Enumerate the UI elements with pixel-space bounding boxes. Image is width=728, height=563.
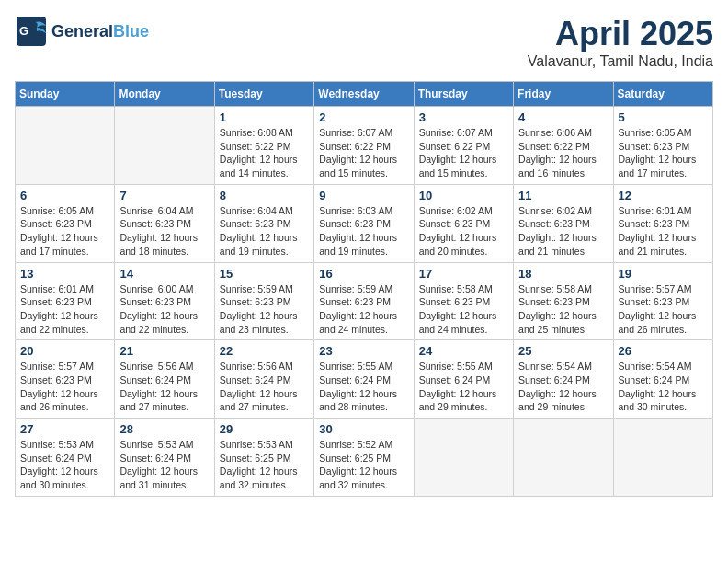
calendar-week-row: 27Sunrise: 5:53 AMSunset: 6:24 PMDayligh… bbox=[16, 419, 713, 497]
calendar-cell: 26Sunrise: 5:54 AMSunset: 6:24 PMDayligh… bbox=[613, 340, 712, 419]
calendar-cell: 22Sunrise: 5:56 AMSunset: 6:24 PMDayligh… bbox=[214, 340, 313, 419]
calendar-cell: 29Sunrise: 5:53 AMSunset: 6:25 PMDayligh… bbox=[214, 419, 313, 497]
calendar-cell: 9Sunrise: 6:03 AMSunset: 6:23 PMDaylight… bbox=[314, 184, 414, 262]
calendar-cell: 20Sunrise: 5:57 AMSunset: 6:23 PMDayligh… bbox=[16, 340, 115, 419]
weekday-header-tuesday: Tuesday bbox=[214, 82, 313, 107]
day-info: Sunrise: 5:57 AMSunset: 6:23 PMDaylight:… bbox=[20, 360, 109, 414]
day-number: 8 bbox=[220, 189, 309, 202]
day-number: 26 bbox=[619, 344, 708, 358]
day-number: 2 bbox=[319, 110, 408, 124]
day-info: Sunrise: 5:53 AMSunset: 6:25 PMDaylight:… bbox=[220, 438, 309, 492]
day-number: 9 bbox=[319, 189, 408, 202]
day-info: Sunrise: 6:02 AMSunset: 6:23 PMDaylight:… bbox=[518, 204, 608, 259]
day-info: Sunrise: 5:53 AMSunset: 6:24 PMDaylight:… bbox=[20, 438, 109, 492]
weekday-header-monday: Monday bbox=[115, 82, 214, 107]
calendar-cell: 23Sunrise: 5:55 AMSunset: 6:24 PMDayligh… bbox=[314, 340, 414, 419]
calendar-header: SundayMondayTuesdayWednesdayThursdayFrid… bbox=[16, 82, 713, 107]
title-block: April 2025 Valavanur, Tamil Nadu, India bbox=[528, 15, 713, 70]
day-info: Sunrise: 5:55 AMSunset: 6:24 PMDaylight:… bbox=[319, 360, 408, 414]
day-number: 4 bbox=[518, 110, 608, 124]
calendar-table: SundayMondayTuesdayWednesdayThursdayFrid… bbox=[15, 81, 713, 497]
calendar-cell: 8Sunrise: 6:04 AMSunset: 6:23 PMDaylight… bbox=[214, 184, 313, 262]
calendar-cell: 14Sunrise: 6:00 AMSunset: 6:23 PMDayligh… bbox=[115, 262, 214, 340]
day-number: 22 bbox=[220, 344, 309, 358]
day-number: 17 bbox=[419, 267, 508, 281]
month-title: April 2025 bbox=[528, 15, 713, 53]
calendar-week-row: 13Sunrise: 6:01 AMSunset: 6:23 PMDayligh… bbox=[16, 262, 713, 340]
calendar-cell: 10Sunrise: 6:02 AMSunset: 6:23 PMDayligh… bbox=[414, 184, 513, 262]
logo-general: General bbox=[51, 22, 113, 40]
day-number: 20 bbox=[20, 344, 109, 358]
day-number: 12 bbox=[619, 189, 708, 202]
calendar-cell: 30Sunrise: 5:52 AMSunset: 6:25 PMDayligh… bbox=[314, 419, 414, 497]
calendar-cell bbox=[613, 419, 712, 497]
day-info: Sunrise: 6:08 AMSunset: 6:22 PMDaylight:… bbox=[220, 126, 309, 180]
day-number: 19 bbox=[619, 267, 708, 281]
day-info: Sunrise: 6:04 AMSunset: 6:23 PMDaylight:… bbox=[119, 204, 209, 259]
calendar-cell: 4Sunrise: 6:06 AMSunset: 6:22 PMDaylight… bbox=[514, 107, 613, 185]
day-info: Sunrise: 5:57 AMSunset: 6:23 PMDaylight:… bbox=[619, 282, 708, 337]
calendar-cell bbox=[514, 419, 613, 497]
day-number: 25 bbox=[518, 344, 608, 358]
day-info: Sunrise: 6:05 AMSunset: 6:23 PMDaylight:… bbox=[20, 204, 109, 259]
day-info: Sunrise: 6:00 AMSunset: 6:23 PMDaylight:… bbox=[119, 282, 209, 337]
calendar-cell: 15Sunrise: 5:59 AMSunset: 6:23 PMDayligh… bbox=[214, 262, 313, 340]
day-number: 10 bbox=[419, 189, 508, 202]
calendar-cell: 11Sunrise: 6:02 AMSunset: 6:23 PMDayligh… bbox=[514, 184, 613, 262]
day-number: 24 bbox=[419, 344, 508, 358]
weekday-header-thursday: Thursday bbox=[414, 82, 513, 107]
calendar-cell: 1Sunrise: 6:08 AMSunset: 6:22 PMDaylight… bbox=[214, 107, 313, 185]
calendar-cell: 19Sunrise: 5:57 AMSunset: 6:23 PMDayligh… bbox=[613, 262, 712, 340]
day-number: 18 bbox=[518, 267, 608, 281]
calendar-cell: 5Sunrise: 6:05 AMSunset: 6:23 PMDaylight… bbox=[613, 107, 712, 185]
calendar-body: 1Sunrise: 6:08 AMSunset: 6:22 PMDaylight… bbox=[16, 107, 713, 497]
day-number: 14 bbox=[119, 267, 209, 281]
calendar-cell bbox=[16, 107, 115, 185]
day-number: 28 bbox=[119, 422, 209, 436]
day-number: 6 bbox=[20, 189, 109, 202]
day-number: 13 bbox=[20, 267, 109, 281]
day-info: Sunrise: 5:56 AMSunset: 6:24 PMDaylight:… bbox=[220, 360, 309, 414]
calendar-cell: 16Sunrise: 5:59 AMSunset: 6:23 PMDayligh… bbox=[314, 262, 414, 340]
calendar-cell bbox=[115, 107, 214, 185]
svg-text:G: G bbox=[19, 24, 28, 38]
day-number: 1 bbox=[220, 110, 309, 124]
day-info: Sunrise: 6:01 AMSunset: 6:23 PMDaylight:… bbox=[20, 282, 109, 337]
day-info: Sunrise: 6:03 AMSunset: 6:23 PMDaylight:… bbox=[319, 204, 408, 259]
logo-icon: G bbox=[15, 15, 48, 48]
location-title: Valavanur, Tamil Nadu, India bbox=[528, 53, 713, 70]
calendar-cell: 27Sunrise: 5:53 AMSunset: 6:24 PMDayligh… bbox=[16, 419, 115, 497]
weekday-header-friday: Friday bbox=[514, 82, 613, 107]
day-info: Sunrise: 5:54 AMSunset: 6:24 PMDaylight:… bbox=[619, 360, 708, 414]
day-number: 29 bbox=[220, 422, 309, 436]
calendar-cell: 25Sunrise: 5:54 AMSunset: 6:24 PMDayligh… bbox=[514, 340, 613, 419]
weekday-header-saturday: Saturday bbox=[613, 82, 712, 107]
day-number: 21 bbox=[119, 344, 209, 358]
day-info: Sunrise: 5:56 AMSunset: 6:24 PMDaylight:… bbox=[119, 360, 209, 414]
weekday-header-sunday: Sunday bbox=[16, 82, 115, 107]
day-number: 5 bbox=[619, 110, 708, 124]
day-number: 15 bbox=[220, 267, 309, 281]
day-info: Sunrise: 6:06 AMSunset: 6:22 PMDaylight:… bbox=[518, 126, 608, 180]
day-info: Sunrise: 6:07 AMSunset: 6:22 PMDaylight:… bbox=[419, 126, 508, 180]
calendar-cell bbox=[414, 419, 513, 497]
calendar-cell: 24Sunrise: 5:55 AMSunset: 6:24 PMDayligh… bbox=[414, 340, 513, 419]
calendar-cell: 17Sunrise: 5:58 AMSunset: 6:23 PMDayligh… bbox=[414, 262, 513, 340]
day-number: 3 bbox=[419, 110, 508, 124]
day-number: 11 bbox=[518, 189, 608, 202]
calendar-cell: 2Sunrise: 6:07 AMSunset: 6:22 PMDaylight… bbox=[314, 107, 414, 185]
logo-blue: Blue bbox=[113, 22, 149, 40]
calendar-cell: 13Sunrise: 6:01 AMSunset: 6:23 PMDayligh… bbox=[16, 262, 115, 340]
day-info: Sunrise: 5:58 AMSunset: 6:23 PMDaylight:… bbox=[419, 282, 508, 337]
day-number: 23 bbox=[319, 344, 408, 358]
calendar-cell: 7Sunrise: 6:04 AMSunset: 6:23 PMDaylight… bbox=[115, 184, 214, 262]
day-info: Sunrise: 5:55 AMSunset: 6:24 PMDaylight:… bbox=[419, 360, 508, 414]
page-header: G GeneralBlue April 2025 Valavanur, Tami… bbox=[15, 15, 713, 70]
day-info: Sunrise: 5:58 AMSunset: 6:23 PMDaylight:… bbox=[518, 282, 608, 337]
day-info: Sunrise: 5:59 AMSunset: 6:23 PMDaylight:… bbox=[220, 282, 309, 337]
day-info: Sunrise: 6:05 AMSunset: 6:23 PMDaylight:… bbox=[619, 126, 708, 180]
day-number: 16 bbox=[319, 267, 408, 281]
day-info: Sunrise: 6:02 AMSunset: 6:23 PMDaylight:… bbox=[419, 204, 508, 259]
day-number: 7 bbox=[119, 189, 209, 202]
calendar-cell: 3Sunrise: 6:07 AMSunset: 6:22 PMDaylight… bbox=[414, 107, 513, 185]
